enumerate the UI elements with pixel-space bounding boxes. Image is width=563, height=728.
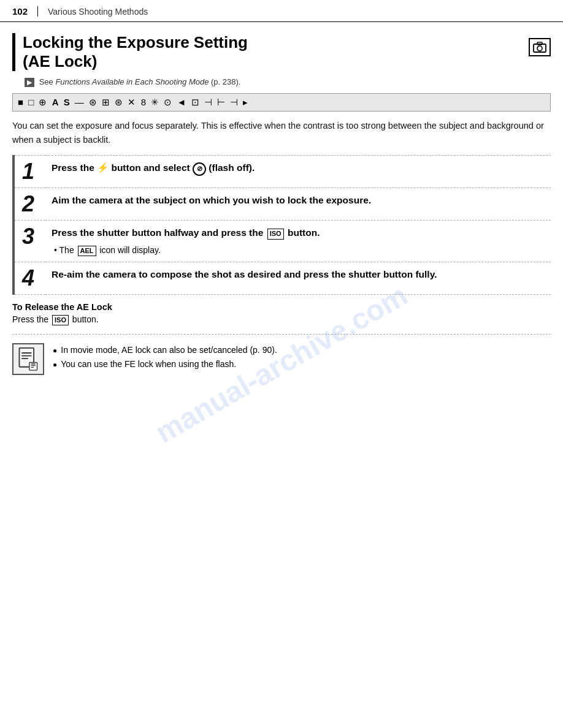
release-section: To Release the AE Lock Press the ISO but… [12, 302, 551, 325]
list-item: You can use the FE lock when using the f… [53, 357, 277, 371]
step-1-number: 1 [22, 159, 34, 184]
header-section-title: Various Shooting Methods [48, 7, 148, 17]
svg-rect-6 [21, 358, 28, 359]
step-3-title: Press the shutter button halfway and pre… [52, 227, 320, 238]
see-also-arrow: ▶ [25, 78, 34, 87]
lightning-icon: ⚡ [97, 162, 109, 173]
flash-off-icon: ⊘ [193, 162, 206, 176]
step-3-bullet: • The AEL icon will display. [52, 244, 547, 257]
step-4-number-cell: 4 [13, 262, 45, 294]
step-3-number-cell: 3 [13, 221, 45, 262]
step-4-number: 4 [22, 265, 34, 290]
note-document-icon [17, 347, 39, 371]
table-row: 4 Re-aim the camera to compose the shot … [13, 262, 551, 294]
note-content: In movie mode, AE lock can also be set/c… [53, 343, 277, 371]
svg-rect-2 [537, 42, 542, 45]
step-3-number: 3 [22, 224, 34, 249]
step-4-title: Re-aim the camera to compose the shot as… [52, 269, 437, 279]
svg-rect-5 [21, 355, 31, 357]
steps-table: 1 Press the ⚡ button and select ⊘ (flash… [12, 155, 551, 295]
section-title: Locking the Exposure Setting (AE Lock) [23, 33, 529, 71]
camera-mode-icon [529, 38, 551, 56]
step-2-number: 2 [22, 191, 34, 216]
iso-button-release-icon: ISO [52, 315, 69, 325]
page-number: 102 [12, 6, 38, 17]
list-item: In movie mode, AE lock can also be set/c… [53, 343, 277, 357]
section-header: Locking the Exposure Setting (AE Lock) [12, 33, 551, 71]
step-1-content: Press the ⚡ button and select ⊘ (flash o… [45, 156, 551, 188]
release-text: Press the ISO button. [12, 314, 551, 325]
svg-rect-10 [31, 367, 34, 368]
iso-button-icon: ISO [267, 229, 284, 239]
table-row: 2 Aim the camera at the subject on which… [13, 188, 551, 221]
step-3-content: Press the shutter button halfway and pre… [45, 221, 551, 262]
step-2-title: Aim the camera at the subject on which y… [52, 195, 371, 205]
table-row: 1 Press the ⚡ button and select ⊘ (flash… [13, 156, 551, 188]
step-4-content: Re-aim the camera to compose the shot as… [45, 262, 551, 294]
svg-rect-9 [31, 365, 36, 366]
ae-icon: AEL [78, 246, 96, 256]
step-1-number-cell: 1 [13, 156, 45, 188]
svg-point-1 [537, 46, 542, 51]
note-icon [12, 343, 44, 375]
main-content: Locking the Exposure Setting (AE Lock) ▶… [0, 22, 563, 387]
page-header: 102 Various Shooting Methods [0, 0, 563, 22]
svg-rect-8 [31, 363, 36, 364]
see-also: ▶ See Functions Available in Each Shooti… [12, 77, 551, 87]
release-title: To Release the AE Lock [12, 302, 551, 312]
step-2-number-cell: 2 [13, 188, 45, 221]
note-box: In movie mode, AE lock can also be set/c… [12, 334, 551, 375]
table-row: 3 Press the shutter button halfway and p… [13, 221, 551, 262]
intro-text: You can set the exposure and focus separ… [12, 119, 551, 146]
mode-icons-bar: ■ □ ⊕ A S — ⊛ ⊞ ⊛ ✕ 8 ✳ ⊙ ◄ ⊡ ⊣ ⊢ ⊣ ▸ [12, 93, 551, 112]
step-2-content: Aim the camera at the subject on which y… [45, 188, 551, 221]
step-1-title: Press the ⚡ button and select ⊘ (flash o… [52, 162, 255, 173]
svg-rect-4 [21, 352, 31, 354]
